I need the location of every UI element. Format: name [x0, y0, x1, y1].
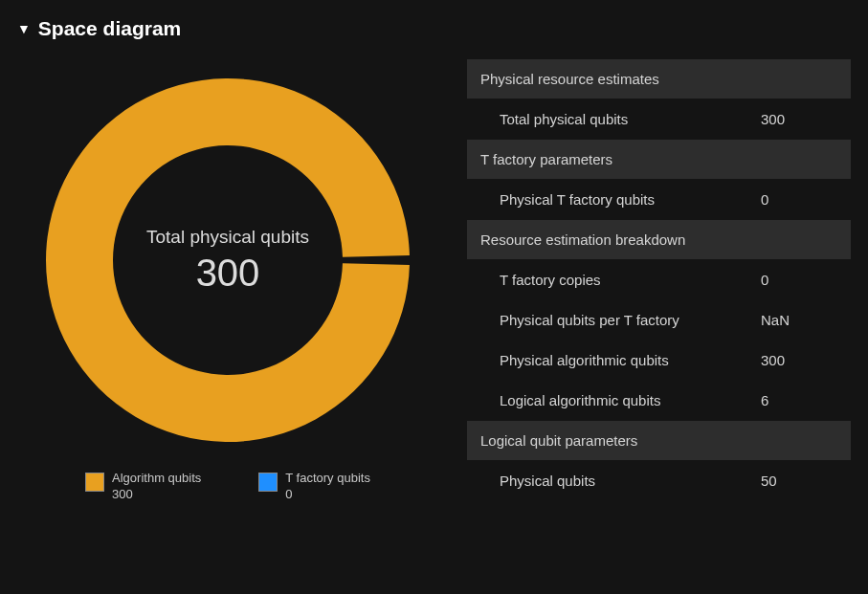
legend-label: Algorithm qubits [112, 471, 201, 487]
table-section-header: Logical qubit parameters [467, 421, 851, 461]
table-row-label: Physical qubits per T factory [500, 312, 761, 328]
table-row: Physical algorithmic qubits300 [467, 341, 851, 381]
table-row: T factory copies0 [467, 260, 851, 300]
table-section-header: T factory parameters [467, 140, 851, 180]
donut-chart: Total physical qubits 300 [36, 69, 419, 451]
content-area: Total physical qubits 300 Algorithm qubi… [0, 50, 868, 503]
table-section-header: Physical resource estimates [467, 59, 851, 99]
legend-item: T factory qubits0 [258, 471, 370, 503]
table-section-header: Resource estimation breakdown [467, 220, 851, 260]
table-row-label: Physical algorithmic qubits [500, 352, 761, 368]
table-row-value: 300 [761, 111, 837, 127]
table-row-value: NaN [761, 312, 837, 328]
table-row-label: T factory copies [500, 272, 761, 288]
legend-label: T factory qubits [285, 471, 370, 487]
table-row-value: 300 [761, 352, 837, 368]
table-row-value: 50 [761, 473, 837, 489]
table-row-label: Physical T factory qubits [500, 191, 761, 208]
table-row: Physical qubits50 [467, 461, 851, 501]
donut-svg [36, 69, 419, 451]
section-header[interactable]: ▼ Space diagram [0, 0, 868, 50]
table-row: Logical algorithmic qubits6 [467, 381, 851, 421]
legend-item: Algorithm qubits300 [85, 471, 201, 503]
estimates-table: Physical resource estimatesTotal physica… [467, 59, 851, 501]
collapse-triangle-icon: ▼ [17, 21, 31, 36]
table-row: Physical qubits per T factoryNaN [467, 300, 851, 341]
table-row: Total physical qubits300 [467, 99, 851, 140]
section-title: Space diagram [38, 17, 181, 40]
data-panel: Physical resource estimatesTotal physica… [438, 50, 851, 503]
legend-text: T factory qubits0 [285, 471, 370, 503]
table-row-value: 0 [761, 191, 837, 208]
legend-swatch [258, 473, 278, 492]
chart-legend: Algorithm qubits300T factory qubits0 [85, 471, 370, 503]
legend-text: Algorithm qubits300 [112, 471, 201, 503]
table-row-label: Total physical qubits [500, 111, 761, 127]
table-row: Physical T factory qubits0 [467, 180, 851, 220]
chart-panel: Total physical qubits 300 Algorithm qubi… [17, 50, 438, 503]
table-row-label: Physical qubits [500, 473, 761, 489]
table-row-label: Logical algorithmic qubits [500, 392, 761, 408]
legend-value: 0 [285, 487, 370, 503]
table-row-value: 6 [761, 392, 837, 408]
legend-swatch [85, 473, 104, 492]
legend-value: 300 [112, 487, 201, 503]
table-row-value: 0 [761, 272, 837, 288]
